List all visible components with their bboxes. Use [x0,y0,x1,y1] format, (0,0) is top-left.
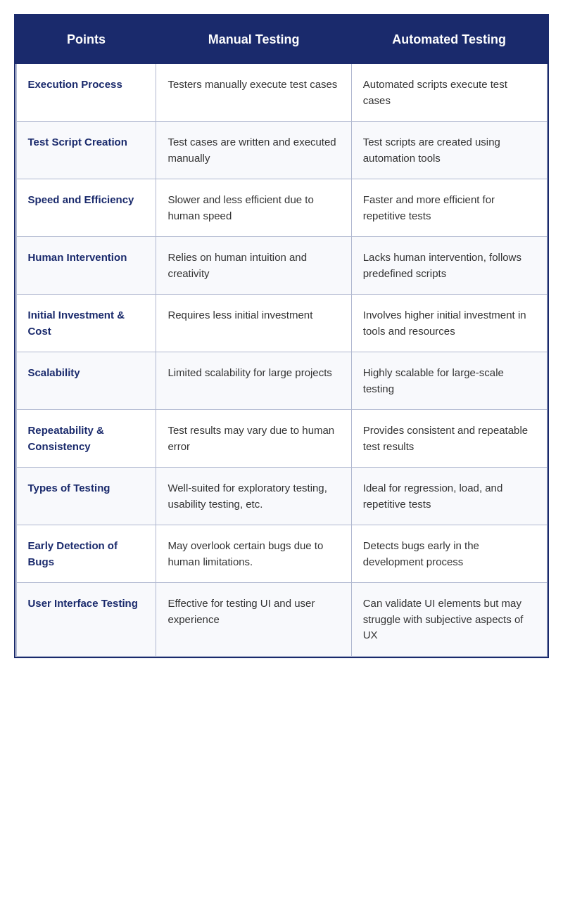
row-automated: Provides consistent and repeatable test … [351,410,547,468]
table-row: Execution ProcessTesters manually execut… [16,63,547,122]
row-automated: Detects bugs early in the development pr… [351,525,547,583]
row-manual: May overlook certain bugs due to human l… [156,525,351,583]
comparison-table: Points Manual Testing Automated Testing … [14,14,549,658]
row-automated: Faster and more efficient for repetitive… [351,179,547,237]
row-point: Execution Process [16,63,156,122]
row-manual: Testers manually execute test cases [156,63,351,122]
row-point: Early Detection of Bugs [16,525,156,583]
table-row: Early Detection of BugsMay overlook cert… [16,525,547,583]
row-automated: Ideal for regression, load, and repetiti… [351,468,547,525]
row-manual: Limited scalability for large projects [156,352,351,410]
row-manual: Test cases are written and executed manu… [156,122,351,179]
row-point: Test Script Creation [16,122,156,179]
row-point: Speed and Efficiency [16,179,156,237]
row-manual: Well-suited for exploratory testing, usa… [156,468,351,525]
row-automated: Involves higher initial investment in to… [351,295,547,352]
row-automated: Lacks human intervention, follows predef… [351,237,547,295]
table-row: User Interface TestingEffective for test… [16,583,547,657]
table-row: Repeatability & ConsistencyTest results … [16,410,547,468]
row-automated: Can validate UI elements but may struggl… [351,583,547,657]
table-row: Initial Investment & CostRequires less i… [16,295,547,352]
row-manual: Requires less initial investment [156,295,351,352]
table-row: Speed and EfficiencySlower and less effi… [16,179,547,237]
header-automated: Automated Testing [351,16,547,63]
header-manual: Manual Testing [156,16,351,63]
row-manual: Slower and less efficient due to human s… [156,179,351,237]
table-row: Human InterventionRelies on human intuit… [16,237,547,295]
row-manual: Relies on human intuition and creativity [156,237,351,295]
row-automated: Test scripts are created using automatio… [351,122,547,179]
row-automated: Automated scripts execute test cases [351,63,547,122]
row-manual: Test results may vary due to human error [156,410,351,468]
table-row: Test Script CreationTest cases are writt… [16,122,547,179]
table-row: ScalabilityLimited scalability for large… [16,352,547,410]
row-point: Human Intervention [16,237,156,295]
table-row: Types of TestingWell-suited for explorat… [16,468,547,525]
row-automated: Highly scalable for large-scale testing [351,352,547,410]
row-point: Initial Investment & Cost [16,295,156,352]
header-points: Points [16,16,156,63]
row-point: Scalability [16,352,156,410]
row-point: User Interface Testing [16,583,156,657]
row-point: Repeatability & Consistency [16,410,156,468]
row-point: Types of Testing [16,468,156,525]
row-manual: Effective for testing UI and user experi… [156,583,351,657]
